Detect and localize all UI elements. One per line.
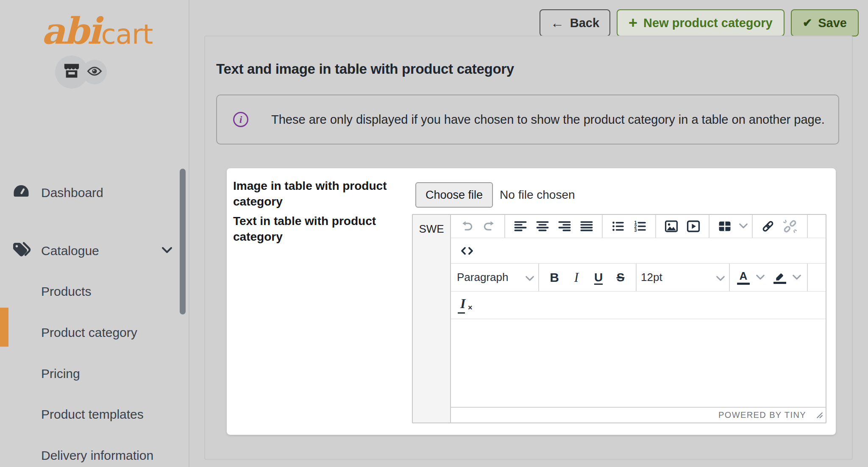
image-field-label: Image in table with product category bbox=[233, 178, 415, 209]
sidebar-label: Delivery information bbox=[41, 448, 153, 463]
back-button[interactable]: ← Back bbox=[540, 9, 610, 36]
unlink-button[interactable] bbox=[779, 217, 801, 236]
block-format-value: Paragraph bbox=[457, 271, 526, 284]
eye-icon bbox=[87, 66, 102, 78]
align-justify-button[interactable] bbox=[576, 217, 598, 236]
logo-regular-part: cart bbox=[101, 19, 153, 50]
block-format-select[interactable]: Paragraph bbox=[457, 271, 534, 284]
sidebar-label: Products bbox=[41, 284, 91, 299]
editor-content-area[interactable] bbox=[451, 319, 826, 407]
editor-status-bar: POWERED BY TINY bbox=[451, 407, 826, 423]
align-left-button[interactable] bbox=[509, 217, 531, 236]
info-box: i These are only displayed if you have c… bbox=[216, 95, 839, 145]
bold-button[interactable]: B bbox=[543, 268, 565, 287]
tags-icon bbox=[11, 241, 33, 261]
underline-button[interactable]: U bbox=[587, 268, 609, 287]
form-card: Image in table with product category Cho… bbox=[227, 168, 836, 435]
check-icon: ✔ bbox=[803, 17, 812, 29]
save-button[interactable]: ✔ Save bbox=[791, 9, 859, 36]
sidebar-item-dashboard[interactable]: Dashboard bbox=[0, 178, 189, 208]
toolbar-separator bbox=[504, 215, 505, 238]
powered-by-tiny-label: POWERED BY TINY bbox=[718, 410, 806, 420]
sidebar-scrollbar-thumb[interactable] bbox=[180, 169, 186, 314]
sidebar-label: Pricing bbox=[41, 367, 80, 381]
numbered-list-button[interactable]: 123 bbox=[629, 217, 651, 236]
sidebar-label: Product templates bbox=[41, 407, 144, 422]
main-content: ← Back + New product category ✔ Save Tex… bbox=[189, 0, 868, 467]
toolbar-row-1: 123 bbox=[451, 215, 826, 238]
table-menu-chevron-icon[interactable] bbox=[739, 222, 748, 230]
undo-button[interactable] bbox=[456, 217, 478, 236]
toolbar-separator bbox=[636, 264, 637, 291]
editor-main: 123 bbox=[451, 215, 826, 423]
toolbar-separator bbox=[602, 215, 603, 238]
highlight-color-button[interactable] bbox=[771, 268, 789, 287]
back-label: Back bbox=[570, 16, 599, 30]
rich-text-editor: SWE bbox=[412, 214, 826, 423]
sidebar-label: Dashboard bbox=[41, 186, 103, 200]
font-size-select[interactable]: 12pt bbox=[641, 271, 725, 284]
toolbar-separator bbox=[655, 215, 656, 238]
source-code-button[interactable] bbox=[456, 242, 478, 260]
abicart-logo[interactable]: abicart bbox=[42, 9, 153, 52]
sidebar-item-product-templates[interactable]: Product templates bbox=[0, 399, 189, 430]
toolbar-separator bbox=[807, 264, 808, 291]
header-actions: ← Back + New product category ✔ Save bbox=[540, 9, 859, 36]
toolbar-separator bbox=[729, 264, 730, 291]
storefront-icon bbox=[63, 63, 81, 81]
choose-file-button[interactable]: Choose file bbox=[415, 182, 493, 208]
sidebar-item-products[interactable]: Products bbox=[0, 276, 189, 307]
text-color-button[interactable]: A bbox=[734, 268, 753, 287]
highlighter-icon bbox=[774, 271, 785, 281]
text-field-label: Text in table with product category bbox=[233, 213, 415, 245]
bullet-list-button[interactable] bbox=[607, 217, 629, 236]
align-right-button[interactable] bbox=[554, 217, 576, 236]
toolbar-separator bbox=[709, 215, 709, 238]
text-color-chevron-icon[interactable] bbox=[756, 274, 765, 281]
file-input[interactable]: Choose file No file chosen bbox=[415, 182, 575, 208]
font-size-value: 12pt bbox=[641, 271, 716, 284]
toolbar-separator bbox=[538, 264, 539, 291]
sidebar-item-delivery-information[interactable]: Delivery information bbox=[0, 440, 189, 467]
toolbar-separator bbox=[752, 215, 753, 238]
toolbar-row-3: Paragraph B I U S 12pt bbox=[451, 264, 826, 292]
preview-button[interactable] bbox=[82, 60, 107, 84]
svg-text:3: 3 bbox=[634, 228, 637, 233]
align-center-button[interactable] bbox=[531, 217, 554, 236]
logo-script-part: abi bbox=[42, 9, 100, 52]
toolbar-row-2 bbox=[451, 238, 826, 264]
chevron-down-icon bbox=[526, 271, 534, 284]
active-item-indicator bbox=[0, 308, 8, 347]
info-text: These are only displayed if you have cho… bbox=[271, 113, 825, 127]
sidebar-item-pricing[interactable]: Pricing bbox=[0, 359, 189, 389]
toolbar-separator bbox=[807, 215, 808, 238]
sidebar: abicart bbox=[0, 0, 189, 467]
highlight-color-chevron-icon[interactable] bbox=[793, 274, 801, 281]
info-icon: i bbox=[233, 112, 248, 127]
page-title: Text and image in table with product cat… bbox=[216, 61, 514, 77]
sidebar-item-catalogue[interactable]: Catalogue bbox=[0, 236, 189, 266]
insert-image-button[interactable] bbox=[660, 217, 682, 236]
chevron-down-icon bbox=[716, 271, 725, 284]
file-status-text: No file chosen bbox=[500, 188, 575, 202]
new-product-category-button[interactable]: + New product category bbox=[617, 9, 785, 36]
sidebar-item-product-category[interactable]: Product category bbox=[0, 317, 189, 348]
sidebar-label: Product category bbox=[41, 325, 137, 340]
new-label: New product category bbox=[643, 16, 773, 30]
link-button[interactable] bbox=[757, 217, 779, 236]
insert-media-button[interactable] bbox=[682, 217, 704, 236]
toolbar-row-4: I × bbox=[451, 292, 826, 319]
clear-formatting-button[interactable]: I × bbox=[457, 296, 476, 314]
redo-button[interactable] bbox=[478, 217, 500, 236]
back-arrow-icon: ← bbox=[551, 16, 564, 30]
language-tab-swe[interactable]: SWE bbox=[413, 215, 451, 423]
sidebar-label: Catalogue bbox=[41, 244, 99, 258]
dashboard-gauge-icon bbox=[11, 183, 31, 203]
save-label: Save bbox=[818, 16, 847, 30]
plus-icon: + bbox=[629, 15, 637, 31]
strikethrough-button[interactable]: S bbox=[609, 268, 632, 287]
table-button[interactable] bbox=[714, 217, 736, 236]
resize-handle-icon[interactable] bbox=[816, 412, 823, 420]
chevron-down-icon bbox=[161, 247, 172, 255]
italic-button[interactable]: I bbox=[565, 268, 587, 287]
